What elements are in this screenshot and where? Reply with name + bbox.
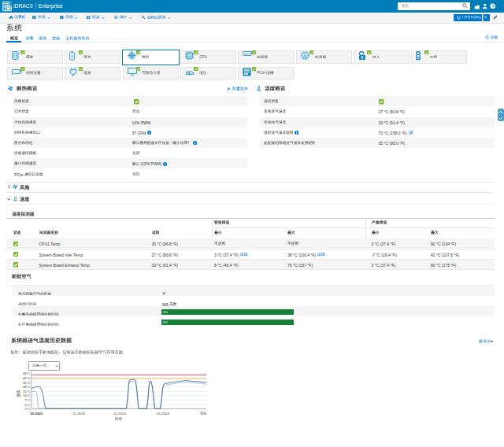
svg-text:?: ?: [491, 4, 494, 9]
